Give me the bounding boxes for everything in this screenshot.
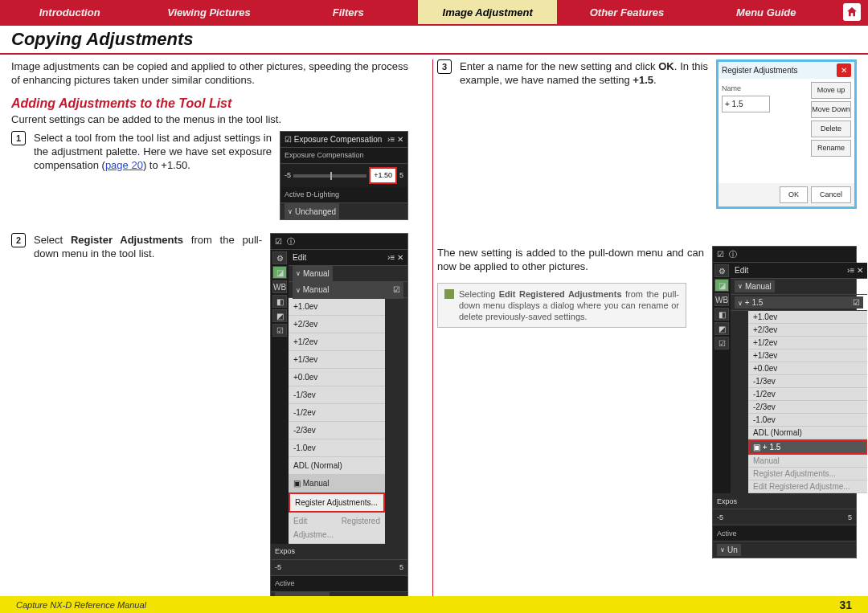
manual-item: Manual [748,455,867,468]
wb-icon: WB [714,293,729,306]
edit-registered-item: Edit Registered Adjustme... [289,513,385,544]
menu-item: +1/2ev [289,333,385,351]
register-dialog-screenshot: Register Adjustments✕ Name + 1.5 Move up… [716,59,857,209]
menu-item: +1.0ev [289,298,385,316]
result-menu-screenshot: ☑ⓘ ⚙ ◪ WB ◧ ◩ ☑ Edit›≡ ✕ ∨ Manual ∨ + 1.… [712,246,857,558]
preset-menu: +1.0ev +2/3ev +1/2ev +1/3ev +0.0ev -1/3e… [289,298,385,544]
step-number-1: 1 [11,131,26,145]
home-icon [843,3,861,21]
ok-button: OK [780,186,808,203]
step-2-text: ☑ⓘ ⚙ ◪ WB ◧ ◩ ☑ Edit›≡ ✕ ∨ Manual [34,233,408,612]
menu-item: +0.0ev [289,369,385,386]
register-adjustments-label: Register Adjustments [71,234,183,246]
cancel-button: Cancel [811,186,851,203]
menu-item: -2/3ev [289,422,385,439]
menu-item: -1.0ev [748,414,867,427]
exposure-panel-screenshot: ☑ Exposure Compensation›≡ ✕ Exposure Com… [280,131,408,220]
menu-item: ADL (Normal) [289,457,385,475]
footer-title: Capture NX-D Reference Manual [16,600,146,610]
panel1-title: Exposure Compensation [294,135,383,144]
adjust-icon: ◩ [714,322,729,335]
menu-item: -1.0ev [289,439,385,457]
menu-item: +0.0ev [748,362,867,375]
name-field: + 1.5 [722,96,770,112]
tab-viewing-pictures[interactable]: Viewing Pictures [139,0,278,24]
tab-menu-guide[interactable]: Menu Guide [697,0,836,24]
menu-item: -1/2ev [289,404,385,422]
menu-item: +1/2ev [748,337,867,349]
setting-name-label: +1.5 [633,74,653,86]
slider-value: +1.50 [369,167,397,184]
menu-item: +1.0ev [748,311,867,324]
menu-item: +1/3ev [748,349,867,362]
page-number: 31 [839,599,852,611]
step-3: 3 Register Adjustments✕ Name + 1.5 Move … [437,59,857,212]
page-footer: Capture NX-D Reference Manual 31 [0,596,868,613]
panel1-sub: Exposure Compensation [280,148,407,164]
tip-icon [444,289,454,299]
content-area: Image adjustments can be copied and appl… [0,59,868,603]
tab-introduction[interactable]: Introduction [0,0,139,24]
home-button[interactable] [836,0,868,24]
delete-button: Delete [811,121,851,137]
exposure-icon: ◪ [272,266,287,279]
page-title: Copying Adjustments [0,26,868,51]
top-nav: Introduction Viewing Pictures Filters Im… [0,0,868,26]
title-rule [0,53,868,55]
tool-icon-column: ⚙ ◪ WB ◧ ◩ ☑ [271,250,289,544]
tab-filters[interactable]: Filters [279,0,418,24]
step-2: 2 ☑ⓘ ⚙ ◪ WB ◧ ◩ ☑ [11,233,408,612]
menu-item: -2/3ev [748,401,867,414]
tool-icon-column-2: ⚙ ◪ WB ◧ ◩ ☑ [713,263,731,493]
register-menu-screenshot: ☑ⓘ ⚙ ◪ WB ◧ ◩ ☑ Edit›≡ ✕ ∨ Manual [270,233,408,609]
section-heading: Adding Adjustments to the Tool List [11,96,408,111]
panel1-slider: -5 +1.50 5 [280,164,407,187]
column-divider [432,59,433,603]
rename-button: Rename [811,140,851,157]
register-adjustments-item: Register Adjustments... [289,492,385,513]
section-subtext: Current settings can be added to the men… [11,112,408,126]
tip-box: Selecting Edit Registered Adjustments fr… [437,283,686,328]
menu-item: +1/3ev [289,351,385,369]
menu-item: -1/3ev [748,375,867,388]
menu-item: ADL (Normal) [748,427,867,439]
tab-image-adjustment[interactable]: Image Adjustment [418,0,557,24]
page-20-link[interactable]: page 20 [105,159,143,171]
tone-icon: ◧ [714,308,729,321]
menu-item: -1/2ev [748,388,867,401]
menu-item: -1/3ev [289,386,385,404]
register-item: Register Adjustments... [748,468,867,480]
exposure-icon: ◪ [714,279,729,292]
move-down-button: Move Down [811,101,851,118]
manual-item: Manual [303,479,330,488]
step-number-3: 3 [437,59,452,74]
ev-icon: ☑ [272,324,287,337]
adl-value: Unchanged [295,205,336,219]
ev-icon: ☑ [714,337,729,349]
close-icon: ✕ [837,63,851,77]
new-preset-item: + 1.5 [763,443,781,452]
left-column: Image adjustments can be copied and appl… [11,59,423,603]
step-number-2: 2 [11,233,26,247]
step-3-text: Register Adjustments✕ Name + 1.5 Move up… [460,59,857,212]
result-block: ☑ⓘ ⚙ ◪ WB ◧ ◩ ☑ Edit›≡ ✕ ∨ Manual ∨ + 1.… [437,246,857,328]
name-label: Name [722,82,805,96]
preset-menu-2: +1.0ev +2/3ev +1/2ev +1/3ev +0.0ev -1/3e… [748,311,867,493]
menu-item: +2/3ev [289,316,385,333]
adl-label: Active D-Lighting [280,187,407,203]
edit-registered-label: Edit Registered Adjustments [499,289,622,299]
slider-min: -5 [285,169,291,182]
adjust-icon: ◩ [272,309,287,322]
edit-label: Edit [293,251,306,264]
gear-icon: ⚙ [272,251,287,264]
intro-paragraph: Image adjustments can be copied and appl… [11,59,408,87]
dialog-title: Register Adjustments [722,63,798,77]
wb-icon: WB [272,280,287,293]
move-up-button: Move up [811,82,851,99]
slider-max: 5 [399,169,403,182]
right-column: 3 Register Adjustments✕ Name + 1.5 Move … [423,59,857,603]
gear-icon: ⚙ [714,264,729,277]
ok-label: OK [658,60,674,72]
edit-reg-item: Edit Registered Adjustme... [748,480,867,493]
tab-other-features[interactable]: Other Features [557,0,696,24]
